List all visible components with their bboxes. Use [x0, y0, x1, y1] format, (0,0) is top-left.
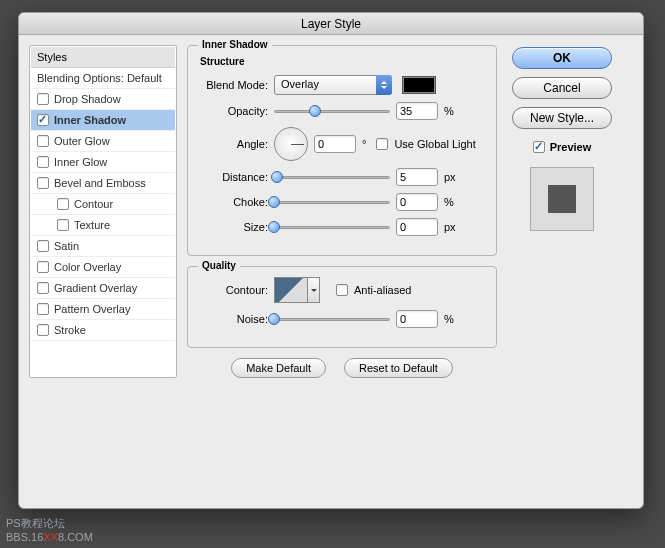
- titlebar[interactable]: Layer Style: [19, 13, 643, 35]
- opacity-slider[interactable]: [274, 104, 390, 118]
- checkbox-pattern-overlay[interactable]: [37, 303, 49, 315]
- watermark: PS教程论坛 BBS.16XX8.COM: [6, 516, 93, 544]
- quality-heading: Quality: [198, 260, 240, 271]
- size-unit: px: [444, 221, 456, 233]
- angle-label: Angle:: [196, 138, 268, 150]
- opacity-label: Opacity:: [196, 105, 268, 117]
- opacity-unit: %: [444, 105, 454, 117]
- size-input[interactable]: [396, 218, 438, 236]
- style-label: Contour: [74, 198, 113, 210]
- checkbox-color-overlay[interactable]: [37, 261, 49, 273]
- blending-options-row[interactable]: Blending Options: Default: [31, 68, 175, 89]
- choke-slider[interactable]: [274, 195, 390, 209]
- preview-inner: [548, 185, 576, 213]
- style-item-satin[interactable]: Satin: [31, 236, 175, 257]
- choke-label: Choke:: [196, 196, 268, 208]
- make-default-button[interactable]: Make Default: [231, 358, 326, 378]
- global-light-label: Use Global Light: [394, 138, 475, 150]
- inner-shadow-fieldset: Inner Shadow Structure Blend Mode: Overl…: [187, 45, 497, 256]
- blend-mode-select[interactable]: Overlay: [274, 75, 392, 95]
- style-label: Gradient Overlay: [54, 282, 137, 294]
- noise-unit: %: [444, 313, 454, 325]
- reset-default-button[interactable]: Reset to Default: [344, 358, 453, 378]
- distance-label: Distance:: [196, 171, 268, 183]
- checkbox-preview[interactable]: [533, 141, 545, 153]
- contour-preview-icon: [274, 277, 308, 303]
- checkbox-satin[interactable]: [37, 240, 49, 252]
- style-label: Bevel and Emboss: [54, 177, 146, 189]
- style-label: Inner Glow: [54, 156, 107, 168]
- style-label: Outer Glow: [54, 135, 110, 147]
- checkbox-drop-shadow[interactable]: [37, 93, 49, 105]
- angle-input[interactable]: [314, 135, 356, 153]
- style-label: Stroke: [54, 324, 86, 336]
- opacity-input[interactable]: [396, 102, 438, 120]
- watermark-line1: PS教程论坛: [6, 516, 93, 530]
- angle-dial[interactable]: [274, 127, 308, 161]
- style-item-inner-shadow[interactable]: Inner Shadow: [31, 110, 175, 131]
- chevron-down-icon: [308, 277, 320, 303]
- structure-heading: Structure: [196, 56, 488, 67]
- style-item-bevel-emboss[interactable]: Bevel and Emboss: [31, 173, 175, 194]
- noise-label: Noise:: [196, 313, 268, 325]
- style-item-texture[interactable]: Texture: [31, 215, 175, 236]
- choke-input[interactable]: [396, 193, 438, 211]
- checkbox-inner-shadow[interactable]: [37, 114, 49, 126]
- anti-alias-label: Anti-aliased: [354, 284, 411, 296]
- style-label: Drop Shadow: [54, 93, 121, 105]
- layer-style-dialog: Layer Style Styles Blending Options: Def…: [18, 12, 644, 509]
- contour-picker[interactable]: [274, 277, 320, 303]
- distance-unit: px: [444, 171, 456, 183]
- contour-label: Contour:: [196, 284, 268, 296]
- style-label: Color Overlay: [54, 261, 121, 273]
- size-slider[interactable]: [274, 220, 390, 234]
- style-item-inner-glow[interactable]: Inner Glow: [31, 152, 175, 173]
- action-buttons-panel: OK Cancel New Style... Preview: [507, 45, 617, 378]
- style-item-color-overlay[interactable]: Color Overlay: [31, 257, 175, 278]
- choke-unit: %: [444, 196, 454, 208]
- angle-unit: °: [362, 138, 366, 150]
- size-label: Size:: [196, 221, 268, 233]
- preview-swatch: [530, 167, 594, 231]
- cancel-button[interactable]: Cancel: [512, 77, 612, 99]
- checkbox-stroke[interactable]: [37, 324, 49, 336]
- quality-fieldset: Quality Contour: Anti-aliased Noise: %: [187, 266, 497, 348]
- new-style-button[interactable]: New Style...: [512, 107, 612, 129]
- style-label: Pattern Overlay: [54, 303, 130, 315]
- checkbox-outer-glow[interactable]: [37, 135, 49, 147]
- checkbox-contour[interactable]: [57, 198, 69, 210]
- style-item-drop-shadow[interactable]: Drop Shadow: [31, 89, 175, 110]
- style-item-outer-glow[interactable]: Outer Glow: [31, 131, 175, 152]
- distance-slider[interactable]: [274, 170, 390, 184]
- distance-input[interactable]: [396, 168, 438, 186]
- style-item-pattern-overlay[interactable]: Pattern Overlay: [31, 299, 175, 320]
- checkbox-anti-aliased[interactable]: [336, 284, 348, 296]
- blend-mode-value: Overlay: [274, 75, 392, 95]
- style-item-stroke[interactable]: Stroke: [31, 320, 175, 341]
- effect-settings-panel: Inner Shadow Structure Blend Mode: Overl…: [187, 45, 497, 378]
- checkbox-gradient-overlay[interactable]: [37, 282, 49, 294]
- style-label: Inner Shadow: [54, 114, 126, 126]
- checkbox-bevel-emboss[interactable]: [37, 177, 49, 189]
- watermark-line2: BBS.16XX8.COM: [6, 530, 93, 544]
- checkbox-texture[interactable]: [57, 219, 69, 231]
- checkbox-inner-glow[interactable]: [37, 156, 49, 168]
- preview-label: Preview: [550, 141, 592, 153]
- ok-button[interactable]: OK: [512, 47, 612, 69]
- style-item-contour[interactable]: Contour: [31, 194, 175, 215]
- noise-slider[interactable]: [274, 312, 390, 326]
- style-label: Satin: [54, 240, 79, 252]
- checkbox-global-light[interactable]: [376, 138, 388, 150]
- blend-mode-label: Blend Mode:: [196, 79, 268, 91]
- styles-header[interactable]: Styles: [31, 47, 175, 68]
- styles-list: Styles Blending Options: Default Drop Sh…: [29, 45, 177, 378]
- style-label: Texture: [74, 219, 110, 231]
- noise-input[interactable]: [396, 310, 438, 328]
- shadow-color-swatch[interactable]: [402, 76, 436, 94]
- style-item-gradient-overlay[interactable]: Gradient Overlay: [31, 278, 175, 299]
- chevron-updown-icon: [376, 75, 392, 95]
- panel-title: Inner Shadow: [198, 39, 272, 50]
